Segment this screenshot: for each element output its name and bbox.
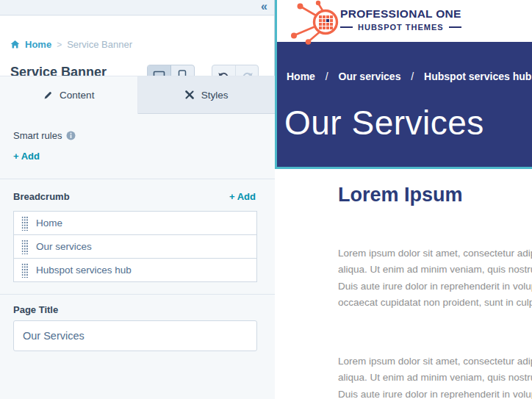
breadcrumb-item-text: Hubspot services hub [36, 265, 132, 276]
list-item[interactable]: Our services [13, 234, 257, 259]
banner-breadcrumb-separator: / [411, 71, 414, 82]
smart-rules-add-button[interactable]: + Add [13, 151, 40, 162]
banner-breadcrumb: Home / Our services / Hubspot services h… [287, 71, 531, 82]
page-preview: PROFESSIONAL ONE HUBSPOT THEMES Home / O… [275, 0, 532, 399]
logo-subtitle-text: HUBSPOT THEMES [358, 23, 444, 32]
paragraph-line: aliqua. Ut enim ad minim veniam, quis no… [338, 262, 532, 278]
drag-handle-icon[interactable] [21, 216, 28, 231]
body-paragraph: Lorem ipsum dolor sit amet, consectetur … [338, 245, 532, 312]
breadcrumb-field-label: Breadcrumb [13, 191, 70, 202]
paragraph-line: Duis aute irure dolor in reprehenderit i… [338, 278, 532, 295]
paragraph-line: Lorem ipsum dolor sit amet, consectetur … [338, 245, 532, 262]
home-icon[interactable] [10, 40, 20, 49]
drag-handle-icon[interactable] [21, 263, 28, 278]
paragraph-line: aliqua. Ut enim ad minim veniam, quis no… [338, 370, 532, 386]
breadcrumb-item-text: Home [36, 218, 62, 229]
list-item[interactable]: Hubspot services hub [13, 258, 257, 282]
page-title-field-label: Page Title [13, 304, 58, 315]
banner-breadcrumb-separator: / [326, 71, 328, 82]
breadcrumb-add-button[interactable]: + Add [229, 191, 256, 202]
body-paragraph: Lorem ipsum dolor sit amet, consectetur … [338, 353, 532, 399]
content-panel: Smart rules + Add Breadcrumb + Add Home [0, 114, 275, 399]
banner-breadcrumb-services-link[interactable]: Our services [339, 71, 401, 82]
info-icon[interactable] [66, 131, 76, 140]
tab-styles-label: Styles [201, 90, 229, 101]
page-title-input[interactable] [13, 320, 257, 351]
logo-title: PROFESSIONAL ONE [340, 7, 461, 21]
breadcrumb: Home > Service Banner [10, 39, 132, 50]
paragraph-line: Duis aute irure dolor in reprehenderit i… [338, 387, 532, 399]
breadcrumb-items-list: Home Our services Hubspot services hub [13, 211, 257, 282]
content-heading: Lorem Ipsum [338, 184, 463, 206]
breadcrumb-item-text: Our services [36, 241, 92, 252]
paragraph-line: Lorem ipsum dolor sit amet, consectetur … [338, 353, 532, 370]
section-divider [0, 294, 275, 295]
module-selection-outline [275, 0, 277, 169]
paragraph-line: occaecat cupidatat non proident, sunt in… [338, 295, 532, 311]
collapse-panel-icon[interactable]: « [261, 0, 267, 13]
banner-page-title: Our Services [284, 104, 484, 143]
banner-breadcrumb-home-link[interactable]: Home [287, 71, 315, 82]
logo-dash [449, 26, 461, 28]
banner-breadcrumb-current: Hubspot services hub [424, 71, 531, 82]
site-logo[interactable]: PROFESSIONAL ONE HUBSPOT THEMES [340, 7, 461, 32]
list-item[interactable]: Home [13, 211, 257, 235]
breadcrumb-current: Service Banner [67, 39, 132, 50]
logo-subtitle: HUBSPOT THEMES [340, 23, 461, 32]
pencil-icon [43, 90, 53, 101]
breadcrumb-home-link[interactable]: Home [25, 39, 51, 50]
tab-styles[interactable]: Styles [138, 76, 276, 114]
hubspot-sprocket-logo-icon[interactable] [275, 0, 348, 46]
service-banner-module[interactable]: Home / Our services / Hubspot services h… [275, 42, 532, 169]
drag-handle-icon[interactable] [21, 240, 28, 254]
page-editor-window: « Home > Service Banner Service Banner [0, 0, 532, 399]
sidebar-topbar: « [0, 0, 274, 15]
module-editor-sidebar: « Home > Service Banner Service Banner [0, 0, 275, 399]
tab-content[interactable]: Content [0, 76, 138, 114]
paintbrush-icon [184, 90, 195, 100]
smart-rules-label: Smart rules [13, 130, 76, 141]
smart-rules-text: Smart rules [13, 130, 62, 141]
section-divider [0, 179, 275, 179]
tab-content-label: Content [60, 90, 94, 101]
editor-tabs: Content Styles [0, 76, 275, 114]
sidebar-header: Home > Service Banner Service Banner [0, 16, 274, 76]
breadcrumb-separator: > [57, 40, 62, 50]
